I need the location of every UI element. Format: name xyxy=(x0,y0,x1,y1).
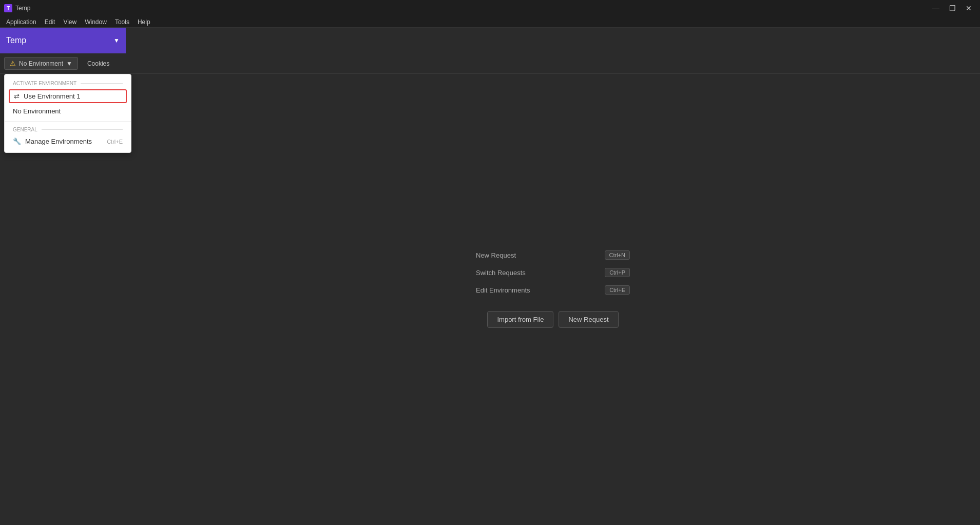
switch-requests-key: Ctrl+P xyxy=(605,268,630,277)
sidebar-header: Temp ▼ xyxy=(0,28,126,53)
env-option-no-environment[interactable]: No Environment xyxy=(5,104,131,118)
edit-environments-key: Ctrl+E xyxy=(605,285,630,295)
action-buttons: Import from File New Request xyxy=(487,311,618,328)
warning-icon: ⚠ xyxy=(10,60,16,67)
menu-tools[interactable]: Tools xyxy=(111,17,133,27)
minimize-button[interactable]: — xyxy=(929,3,943,13)
window-controls: — ❐ ✕ xyxy=(929,3,976,13)
env-option-label: Use Environment 1 xyxy=(24,92,81,100)
app-icon: T xyxy=(4,4,12,12)
close-button[interactable]: ✕ xyxy=(962,3,976,13)
menu-edit[interactable]: Edit xyxy=(41,17,60,27)
cookies-button[interactable]: Cookies xyxy=(82,58,114,69)
env-option-environment1[interactable]: ⇄ Use Environment 1 xyxy=(9,89,127,103)
edit-environments-shortcut-row: Edit Environments Ctrl+E xyxy=(476,285,630,295)
new-request-key: Ctrl+N xyxy=(605,250,630,260)
activate-env-section-label: ACTIVATE ENVIRONMENT xyxy=(5,79,131,88)
edit-environments-label: Edit Environments xyxy=(476,286,594,294)
switch-requests-label: Switch Requests xyxy=(476,269,594,277)
env-dropdown-arrow-icon: ▼ xyxy=(66,60,72,67)
sidebar-title: Temp xyxy=(6,36,26,45)
new-request-button[interactable]: New Request xyxy=(559,311,618,328)
new-request-label: New Request xyxy=(476,251,594,259)
title-bar: T Temp — ❐ ✕ xyxy=(0,0,980,16)
maximize-button[interactable]: ❐ xyxy=(945,3,959,13)
manage-environments-item[interactable]: 🔧 Manage Environments Ctrl+E xyxy=(5,134,131,148)
menu-help[interactable]: Help xyxy=(133,17,155,27)
no-env-label: No Environment xyxy=(13,107,61,115)
import-from-file-button[interactable]: Import from File xyxy=(487,311,553,328)
switch-requests-shortcut-row: Switch Requests Ctrl+P xyxy=(476,268,630,277)
menu-window[interactable]: Window xyxy=(81,17,111,27)
main-content: New Request Ctrl+N Switch Requests Ctrl+… xyxy=(126,53,980,525)
wrench-icon: 🔧 xyxy=(13,138,21,145)
env-bar: ⚠ No Environment ▼ Cookies xyxy=(0,53,980,74)
dropdown-divider xyxy=(5,121,131,122)
env-button-label: No Environment xyxy=(19,60,63,67)
general-section-label: GENERAL xyxy=(5,125,131,134)
title-bar-text: Temp xyxy=(15,5,30,12)
sidebar-dropdown-icon[interactable]: ▼ xyxy=(113,37,120,44)
new-request-shortcut-row: New Request Ctrl+N xyxy=(476,250,630,260)
env-dropdown-menu: ACTIVATE ENVIRONMENT ⇄ Use Environment 1… xyxy=(4,74,131,153)
menu-bar: Application Edit View Window Tools Help xyxy=(0,16,980,28)
manage-environments-label: Manage Environments xyxy=(25,138,92,145)
manage-environments-shortcut: Ctrl+E xyxy=(107,139,123,145)
env-dropdown-button[interactable]: ⚠ No Environment ▼ xyxy=(4,57,78,70)
menu-application[interactable]: Application xyxy=(2,17,41,27)
center-panel: New Request Ctrl+N Switch Requests Ctrl+… xyxy=(476,250,630,328)
menu-view[interactable]: View xyxy=(59,17,81,27)
env-option-icon: ⇄ xyxy=(14,92,20,100)
